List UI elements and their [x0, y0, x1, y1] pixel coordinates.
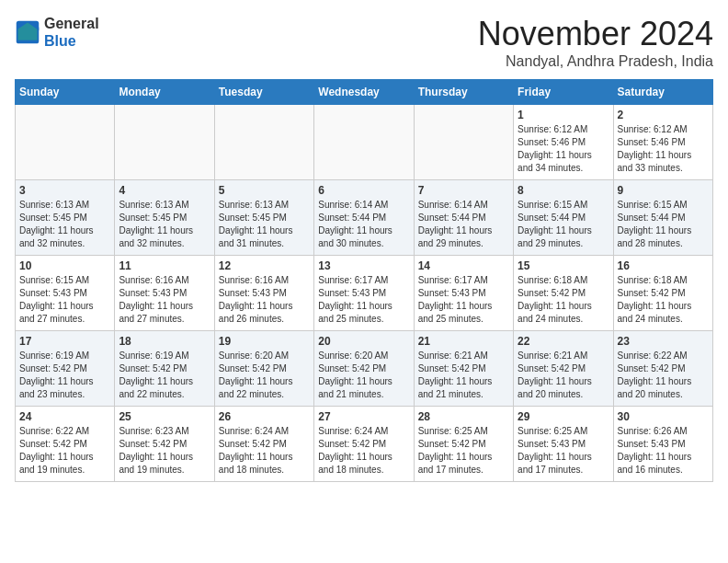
calendar-row: 1Sunrise: 6:12 AM Sunset: 5:46 PM Daylig…	[16, 105, 713, 180]
day-number: 8	[518, 184, 609, 197]
day-info: Sunrise: 6:18 AM Sunset: 5:42 PM Dayligh…	[618, 274, 709, 326]
day-info: Sunrise: 6:15 AM Sunset: 5:43 PM Dayligh…	[19, 274, 110, 326]
day-info: Sunrise: 6:26 AM Sunset: 5:43 PM Dayligh…	[618, 425, 709, 477]
calendar-cell: 18Sunrise: 6:19 AM Sunset: 5:42 PM Dayli…	[115, 331, 214, 407]
day-info: Sunrise: 6:20 AM Sunset: 5:42 PM Dayligh…	[318, 350, 409, 401]
weekday-header: Saturday	[613, 80, 712, 105]
title-block: November 2024 Nandyal, Andhra Pradesh, I…	[478, 15, 713, 70]
day-info: Sunrise: 6:12 AM Sunset: 5:46 PM Dayligh…	[518, 123, 609, 175]
logo-icon	[15, 19, 40, 45]
calendar-cell: 27Sunrise: 6:24 AM Sunset: 5:42 PM Dayli…	[314, 407, 414, 482]
calendar-cell: 24Sunrise: 6:22 AM Sunset: 5:42 PM Dayli…	[16, 407, 115, 482]
calendar-cell: 4Sunrise: 6:13 AM Sunset: 5:45 PM Daylig…	[115, 180, 214, 256]
day-number: 20	[318, 335, 409, 348]
day-info: Sunrise: 6:14 AM Sunset: 5:44 PM Dayligh…	[418, 199, 509, 250]
weekday-header: Friday	[514, 80, 613, 105]
day-info: Sunrise: 6:18 AM Sunset: 5:42 PM Dayligh…	[518, 274, 609, 326]
calendar-row: 24Sunrise: 6:22 AM Sunset: 5:42 PM Dayli…	[16, 407, 713, 482]
day-number: 5	[219, 184, 310, 197]
calendar-cell: 29Sunrise: 6:25 AM Sunset: 5:43 PM Dayli…	[514, 407, 613, 482]
calendar-cell	[314, 105, 414, 180]
day-number: 30	[618, 410, 709, 423]
day-number: 28	[418, 410, 509, 423]
day-number: 11	[119, 259, 210, 272]
day-info: Sunrise: 6:16 AM Sunset: 5:43 PM Dayligh…	[119, 274, 210, 326]
calendar-table: SundayMondayTuesdayWednesdayThursdayFrid…	[15, 79, 713, 482]
calendar-cell: 9Sunrise: 6:15 AM Sunset: 5:44 PM Daylig…	[613, 180, 712, 256]
calendar-row: 17Sunrise: 6:19 AM Sunset: 5:42 PM Dayli…	[16, 331, 713, 407]
day-info: Sunrise: 6:19 AM Sunset: 5:42 PM Dayligh…	[119, 350, 210, 401]
calendar-cell: 20Sunrise: 6:20 AM Sunset: 5:42 PM Dayli…	[314, 331, 414, 407]
calendar-cell: 6Sunrise: 6:14 AM Sunset: 5:44 PM Daylig…	[314, 180, 414, 256]
calendar-cell: 2Sunrise: 6:12 AM Sunset: 5:46 PM Daylig…	[613, 105, 712, 180]
calendar-cell: 26Sunrise: 6:24 AM Sunset: 5:42 PM Dayli…	[214, 407, 313, 482]
calendar-cell: 16Sunrise: 6:18 AM Sunset: 5:42 PM Dayli…	[613, 256, 712, 331]
calendar-cell: 15Sunrise: 6:18 AM Sunset: 5:42 PM Dayli…	[514, 256, 613, 331]
calendar-cell	[414, 105, 513, 180]
day-number: 25	[119, 410, 210, 423]
day-number: 13	[318, 259, 409, 272]
day-info: Sunrise: 6:13 AM Sunset: 5:45 PM Dayligh…	[119, 199, 210, 250]
weekday-header-row: SundayMondayTuesdayWednesdayThursdayFrid…	[16, 80, 713, 105]
day-number: 17	[19, 335, 110, 348]
day-info: Sunrise: 6:15 AM Sunset: 5:44 PM Dayligh…	[618, 199, 709, 250]
day-number: 24	[19, 410, 110, 423]
day-number: 9	[618, 184, 709, 197]
day-info: Sunrise: 6:25 AM Sunset: 5:43 PM Dayligh…	[518, 425, 609, 477]
calendar-cell: 23Sunrise: 6:22 AM Sunset: 5:42 PM Dayli…	[613, 331, 712, 407]
calendar-cell: 22Sunrise: 6:21 AM Sunset: 5:42 PM Dayli…	[514, 331, 613, 407]
calendar-cell: 5Sunrise: 6:13 AM Sunset: 5:45 PM Daylig…	[214, 180, 313, 256]
logo: General Blue	[15, 15, 99, 50]
calendar-cell	[16, 105, 115, 180]
weekday-header: Monday	[115, 80, 214, 105]
calendar-row: 3Sunrise: 6:13 AM Sunset: 5:45 PM Daylig…	[16, 180, 713, 256]
day-number: 4	[119, 184, 210, 197]
day-info: Sunrise: 6:20 AM Sunset: 5:42 PM Dayligh…	[219, 350, 310, 401]
day-number: 23	[618, 335, 709, 348]
calendar-cell: 7Sunrise: 6:14 AM Sunset: 5:44 PM Daylig…	[414, 180, 513, 256]
day-info: Sunrise: 6:12 AM Sunset: 5:46 PM Dayligh…	[618, 123, 709, 175]
day-number: 6	[318, 184, 409, 197]
day-info: Sunrise: 6:21 AM Sunset: 5:42 PM Dayligh…	[518, 350, 609, 401]
day-info: Sunrise: 6:16 AM Sunset: 5:43 PM Dayligh…	[219, 274, 310, 326]
calendar-cell: 1Sunrise: 6:12 AM Sunset: 5:46 PM Daylig…	[514, 105, 613, 180]
day-info: Sunrise: 6:23 AM Sunset: 5:42 PM Dayligh…	[119, 425, 210, 477]
day-info: Sunrise: 6:13 AM Sunset: 5:45 PM Dayligh…	[19, 199, 110, 250]
day-info: Sunrise: 6:21 AM Sunset: 5:42 PM Dayligh…	[418, 350, 509, 401]
day-number: 1	[518, 109, 609, 121]
calendar-cell: 12Sunrise: 6:16 AM Sunset: 5:43 PM Dayli…	[214, 256, 313, 331]
day-info: Sunrise: 6:24 AM Sunset: 5:42 PM Dayligh…	[219, 425, 310, 477]
calendar-cell: 17Sunrise: 6:19 AM Sunset: 5:42 PM Dayli…	[16, 331, 115, 407]
calendar-cell: 11Sunrise: 6:16 AM Sunset: 5:43 PM Dayli…	[115, 256, 214, 331]
day-info: Sunrise: 6:25 AM Sunset: 5:42 PM Dayligh…	[418, 425, 509, 477]
day-number: 26	[219, 410, 310, 423]
day-info: Sunrise: 6:22 AM Sunset: 5:42 PM Dayligh…	[618, 350, 709, 401]
calendar-cell: 25Sunrise: 6:23 AM Sunset: 5:42 PM Dayli…	[115, 407, 214, 482]
day-number: 18	[119, 335, 210, 348]
day-number: 16	[618, 259, 709, 272]
location: Nandyal, Andhra Pradesh, India	[478, 53, 713, 70]
calendar-cell	[115, 105, 214, 180]
day-info: Sunrise: 6:17 AM Sunset: 5:43 PM Dayligh…	[318, 274, 409, 326]
calendar-cell: 19Sunrise: 6:20 AM Sunset: 5:42 PM Dayli…	[214, 331, 313, 407]
day-number: 2	[618, 109, 709, 121]
day-number: 10	[19, 259, 110, 272]
day-info: Sunrise: 6:17 AM Sunset: 5:43 PM Dayligh…	[418, 274, 509, 326]
calendar-cell: 14Sunrise: 6:17 AM Sunset: 5:43 PM Dayli…	[414, 256, 513, 331]
calendar-cell: 3Sunrise: 6:13 AM Sunset: 5:45 PM Daylig…	[16, 180, 115, 256]
calendar-row: 10Sunrise: 6:15 AM Sunset: 5:43 PM Dayli…	[16, 256, 713, 331]
calendar-cell: 8Sunrise: 6:15 AM Sunset: 5:44 PM Daylig…	[514, 180, 613, 256]
calendar-cell: 21Sunrise: 6:21 AM Sunset: 5:42 PM Dayli…	[414, 331, 513, 407]
day-number: 29	[518, 410, 609, 423]
logo-general: General	[44, 16, 99, 31]
day-info: Sunrise: 6:15 AM Sunset: 5:44 PM Dayligh…	[518, 199, 609, 250]
day-info: Sunrise: 6:19 AM Sunset: 5:42 PM Dayligh…	[19, 350, 110, 401]
weekday-header: Sunday	[16, 80, 115, 105]
calendar-cell: 28Sunrise: 6:25 AM Sunset: 5:42 PM Dayli…	[414, 407, 513, 482]
weekday-header: Tuesday	[214, 80, 313, 105]
day-number: 14	[418, 259, 509, 272]
day-info: Sunrise: 6:13 AM Sunset: 5:45 PM Dayligh…	[219, 199, 310, 250]
day-info: Sunrise: 6:14 AM Sunset: 5:44 PM Dayligh…	[318, 199, 409, 250]
calendar-cell: 10Sunrise: 6:15 AM Sunset: 5:43 PM Dayli…	[16, 256, 115, 331]
day-info: Sunrise: 6:22 AM Sunset: 5:42 PM Dayligh…	[19, 425, 110, 477]
